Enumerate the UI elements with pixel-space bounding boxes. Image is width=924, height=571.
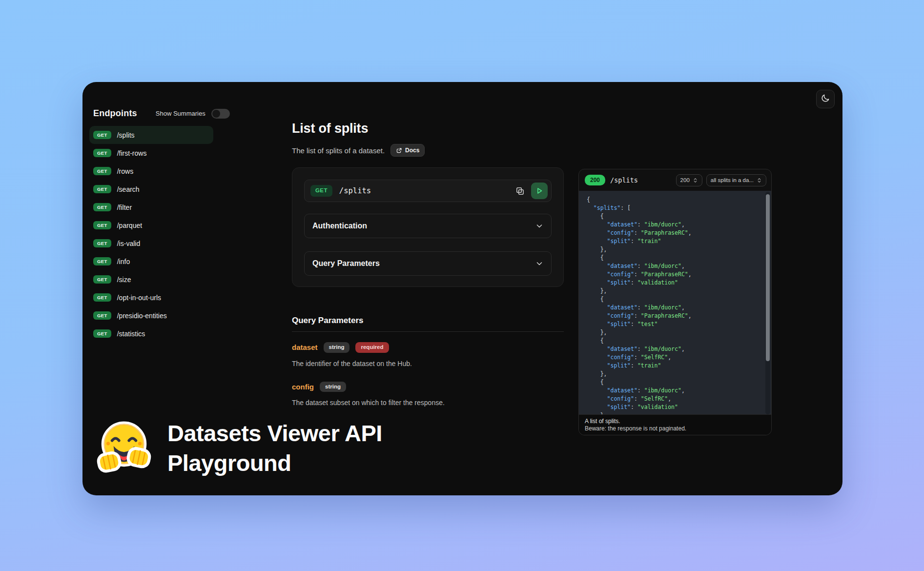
status-code-select-value: 200 bbox=[680, 177, 690, 183]
endpoint-path-label: /splits bbox=[117, 131, 135, 139]
endpoint-path-label: /statistics bbox=[117, 330, 145, 338]
query-parameters-heading: Query Parameters bbox=[292, 316, 564, 326]
request-url-bar: GET /splits bbox=[304, 180, 552, 202]
copy-icon bbox=[515, 186, 525, 196]
code-line: }, bbox=[587, 370, 771, 378]
copy-button[interactable] bbox=[513, 184, 527, 198]
sidebar-item-search[interactable]: GET/search bbox=[89, 180, 213, 198]
response-footer: A list of splits. Beware: the response i… bbox=[579, 414, 771, 435]
toggle-knob bbox=[212, 110, 220, 118]
param-description: The dataset subset on which to filter th… bbox=[292, 399, 564, 407]
sidebar-item-first-rows[interactable]: GET/first-rows bbox=[89, 144, 213, 162]
run-request-button[interactable] bbox=[531, 183, 548, 199]
code-line: { bbox=[587, 295, 771, 304]
method-badge: GET bbox=[93, 257, 111, 266]
endpoint-path-label: /search bbox=[117, 185, 140, 193]
query-parameters-accordion[interactable]: Query Parameters bbox=[304, 251, 552, 276]
page-title: List of splits bbox=[292, 121, 368, 136]
code-line: "split": "validation" bbox=[587, 279, 771, 287]
code-line: "config": "ParaphraseRC", bbox=[587, 270, 771, 279]
code-line: { bbox=[587, 196, 771, 204]
code-line: "split": "train" bbox=[587, 362, 771, 370]
endpoint-path-label: /size bbox=[117, 276, 131, 284]
endpoint-list: GET/splitsGET/first-rowsGET/rowsGET/sear… bbox=[89, 126, 213, 343]
code-line: "split": "test" bbox=[587, 320, 771, 328]
param-required-badge: required bbox=[355, 342, 389, 353]
code-line: "config": "SelfRC", bbox=[587, 353, 771, 362]
authentication-accordion[interactable]: Authentication bbox=[304, 214, 552, 238]
external-link-icon bbox=[396, 147, 402, 154]
sidebar-item-rows[interactable]: GET/rows bbox=[89, 162, 213, 180]
query-parameters-label: Query Parameters bbox=[312, 259, 380, 268]
code-line: "dataset": "ibm/duorc", bbox=[587, 345, 771, 353]
show-summaries-label: Show Summaries bbox=[156, 110, 205, 117]
scrollbar-thumb[interactable] bbox=[766, 194, 770, 361]
method-badge: GET bbox=[93, 185, 111, 194]
app-title-line1: Datasets Viewer API bbox=[167, 418, 382, 448]
play-icon bbox=[535, 186, 544, 195]
method-badge: GET bbox=[93, 203, 111, 212]
moon-icon bbox=[821, 93, 830, 105]
sidebar-item-statistics[interactable]: GET/statistics bbox=[89, 325, 213, 343]
code-line: "split": "train" bbox=[587, 237, 771, 245]
sidebar-item-presidio-entities[interactable]: GET/presidio-entities bbox=[89, 306, 213, 325]
sidebar-item-is-valid[interactable]: GET/is-valid bbox=[89, 234, 213, 252]
request-method-badge: GET bbox=[310, 185, 332, 197]
code-line: }, bbox=[587, 245, 771, 254]
docs-button[interactable]: Docs bbox=[390, 144, 425, 157]
example-select[interactable]: all splits in a da... bbox=[706, 174, 766, 186]
sidebar-item-filter[interactable]: GET/filter bbox=[89, 198, 213, 216]
method-badge: GET bbox=[93, 311, 111, 320]
response-footer-line: A list of splits. bbox=[585, 418, 765, 425]
app-title-line2: Playground bbox=[167, 448, 382, 478]
code-line: { bbox=[587, 378, 771, 387]
method-badge: GET bbox=[93, 239, 111, 248]
params-list: datasetstringrequiredThe identifier of t… bbox=[292, 342, 564, 407]
show-summaries-toggle[interactable] bbox=[211, 109, 230, 119]
endpoint-description-row: The list of splits of a dataset. Docs bbox=[292, 144, 425, 157]
code-line: "dataset": "ibm/duorc", bbox=[587, 387, 771, 395]
sidebar-title: Endpoints bbox=[93, 108, 137, 119]
code-line: "dataset": "ibm/duorc", bbox=[587, 262, 771, 270]
param-row-config: configstring bbox=[292, 382, 564, 392]
response-code-block[interactable]: { "splits": [ { "dataset": "ibm/duorc", … bbox=[579, 191, 771, 415]
code-line: { bbox=[587, 254, 771, 262]
theme-toggle-button[interactable] bbox=[816, 90, 835, 108]
endpoint-path-label: /presidio-entities bbox=[117, 312, 167, 320]
authentication-label: Authentication bbox=[312, 222, 367, 230]
method-badge: GET bbox=[93, 167, 111, 176]
app-card: Endpoints Show Summaries GET/splitsGET/f… bbox=[82, 82, 842, 495]
chevron-up-down-icon bbox=[693, 177, 698, 184]
query-parameters-section: Query Parameters datasetstringrequiredTh… bbox=[292, 316, 564, 421]
method-badge: GET bbox=[93, 149, 111, 158]
request-panel: GET /splits Authentication Query Paramet… bbox=[292, 167, 564, 287]
code-line: "config": "ParaphraseRC", bbox=[587, 229, 771, 237]
method-badge: GET bbox=[93, 293, 111, 302]
sidebar-item-splits[interactable]: GET/splits bbox=[89, 126, 213, 144]
code-line: "dataset": "ibm/duorc", bbox=[587, 304, 771, 312]
docs-button-label: Docs bbox=[405, 147, 419, 154]
sidebar-item-opt-in-out-urls[interactable]: GET/opt-in-out-urls bbox=[89, 288, 213, 306]
app-title: Datasets Viewer API Playground bbox=[167, 418, 382, 478]
sidebar-item-info[interactable]: GET/info bbox=[89, 252, 213, 270]
sidebar-header: Endpoints Show Summaries bbox=[93, 108, 230, 119]
code-line: { bbox=[587, 212, 771, 221]
param-name: config bbox=[292, 383, 314, 391]
status-code-select[interactable]: 200 bbox=[676, 174, 702, 186]
sidebar-item-parquet[interactable]: GET/parquet bbox=[89, 216, 213, 234]
section-divider bbox=[292, 331, 564, 332]
page-background: { "app": { "title_line1": "Datasets View… bbox=[0, 0, 924, 571]
param-type-badge: string bbox=[324, 342, 350, 353]
method-badge: GET bbox=[93, 221, 111, 230]
code-line: { bbox=[587, 337, 771, 345]
code-line: "config": "ParaphraseRC", bbox=[587, 312, 771, 320]
sidebar-item-size[interactable]: GET/size bbox=[89, 270, 213, 288]
response-panel: 200 /splits 200 all splits in a da... { … bbox=[578, 169, 772, 435]
chevron-down-icon bbox=[535, 222, 543, 230]
code-line: "split": "validation" bbox=[587, 403, 771, 411]
endpoint-path-label: /opt-in-out-urls bbox=[117, 294, 161, 302]
example-select-value: all splits in a da... bbox=[711, 177, 754, 183]
endpoint-path-label: /is-valid bbox=[117, 240, 140, 247]
request-path: /splits bbox=[339, 186, 371, 195]
hugging-face-emoji bbox=[94, 418, 154, 478]
